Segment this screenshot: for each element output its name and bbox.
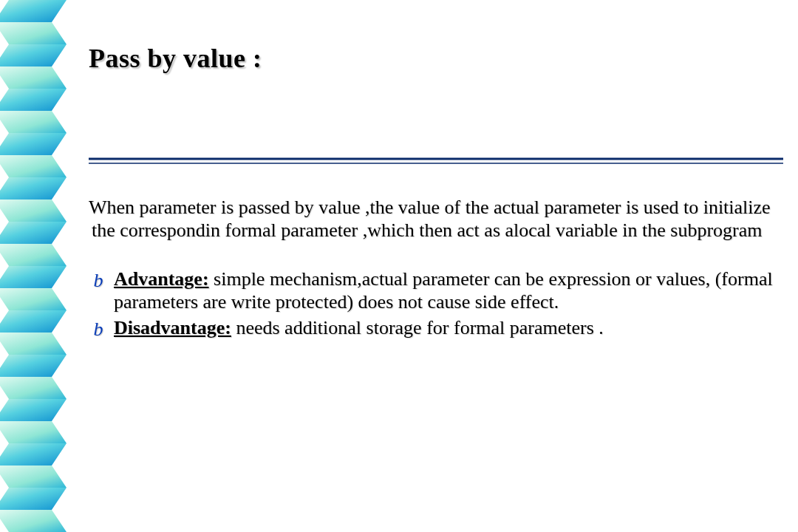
- svg-marker-9: [0, 200, 66, 222]
- slide-content: Pass by value : When parameter is passed…: [89, 0, 783, 532]
- svg-marker-22: [0, 488, 66, 510]
- svg-marker-1: [0, 22, 66, 44]
- svg-marker-4: [0, 89, 66, 111]
- svg-marker-23: [0, 510, 66, 532]
- svg-marker-12: [0, 266, 66, 288]
- svg-marker-6: [0, 133, 66, 155]
- bullet-label: Disadvantage:: [114, 317, 231, 338]
- intro-paragraph: When parameter is passed by value ,the v…: [89, 197, 783, 242]
- svg-marker-13: [0, 288, 66, 310]
- title-underline: [89, 155, 783, 167]
- svg-marker-11: [0, 244, 66, 266]
- bullet-marker-icon: b: [90, 318, 106, 341]
- svg-marker-0: [0, 0, 66, 22]
- bullet-list: b Advantage: simple mechanism,actual par…: [89, 268, 783, 339]
- bullet-text: simple mechanism,actual parameter can be…: [114, 268, 773, 313]
- svg-marker-20: [0, 443, 66, 466]
- slide-title: Pass by value :: [89, 43, 783, 74]
- svg-marker-16: [0, 355, 66, 377]
- svg-marker-14: [0, 310, 66, 332]
- bullet-marker-icon: b: [90, 270, 106, 293]
- slide-body: When parameter is passed by value ,the v…: [89, 197, 783, 339]
- svg-marker-18: [0, 399, 66, 421]
- svg-marker-2: [0, 44, 66, 66]
- spiral-binding: [0, 0, 81, 532]
- svg-marker-17: [0, 377, 66, 399]
- svg-marker-5: [0, 111, 66, 133]
- svg-marker-19: [0, 421, 66, 443]
- svg-marker-8: [0, 177, 66, 200]
- svg-marker-3: [0, 66, 66, 89]
- svg-marker-7: [0, 155, 66, 177]
- svg-marker-10: [0, 222, 66, 244]
- svg-marker-21: [0, 466, 66, 488]
- bullet-disadvantage: b Disadvantage: needs additional storage…: [111, 317, 783, 340]
- bullet-advantage: b Advantage: simple mechanism,actual par…: [111, 268, 783, 313]
- bullet-label: Advantage:: [114, 268, 209, 290]
- bullet-text: needs additional storage for formal para…: [231, 317, 604, 338]
- svg-marker-15: [0, 332, 66, 355]
